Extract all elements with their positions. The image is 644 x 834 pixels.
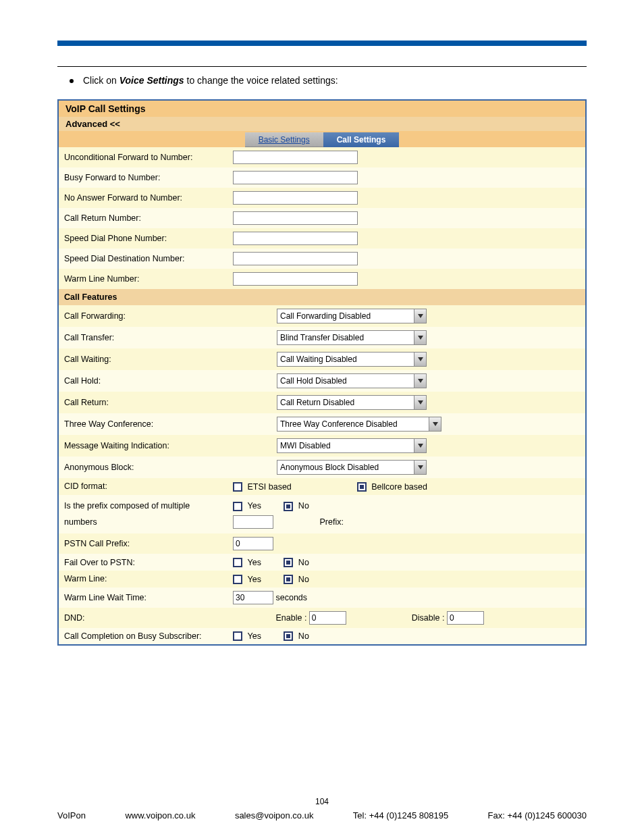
input-warm-time[interactable] [233,591,273,604]
radio-prefix-yes[interactable] [233,502,242,511]
page-number: 104 [57,797,587,806]
chevron-down-icon [414,309,426,323]
footer-fax: Fax: +44 (0)1245 600030 [488,810,587,820]
svg-marker-3 [418,379,423,383]
select-call-return[interactable]: Call Return Disabled [277,395,427,410]
label-dnd: DND: [59,608,227,628]
radio-cid-bellcore[interactable] [357,482,367,492]
footer-email: sales@voipon.co.uk [235,810,314,820]
svg-marker-2 [418,357,423,361]
tab-row: Basic SettingsCall Settings [59,131,585,147]
top-divider [57,66,587,67]
label-call-hold: Call Hold: [59,370,227,392]
footer-url: www.voipon.co.uk [125,810,195,820]
settings-table: Unconditional Forward to Number: Busy Fo… [59,147,585,644]
label-three-way: Three Way Conference: [59,413,227,435]
label-call-transfer: Call Transfer: [59,327,227,348]
section-call-features: Call Features [59,289,585,305]
radio-prefix-yes-label: Yes [247,501,261,511]
prefix-caption: Prefix: [319,515,343,531]
footer-tel: Tel: +44 (0)1245 808195 [353,810,448,820]
label-speed-dial-phone: Speed Dial Phone Number: [59,228,227,249]
select-call-hold-value: Call Hold Disabled [277,374,414,388]
label-call-forwarding: Call Forwarding: [59,305,227,327]
select-anonymous-block[interactable]: Anonymous Block Disabled [277,460,427,475]
select-call-transfer[interactable]: Blind Transfer Disabled [277,330,427,345]
select-call-hold[interactable]: Call Hold Disabled [277,373,427,388]
radio-cid-bellcore-label: Bellcore based [371,482,427,492]
input-dnd-disable[interactable] [447,611,484,625]
label-multiple-prefix: Is the prefix composed of multiple numbe… [59,495,227,534]
chevron-down-icon [429,417,441,431]
label-call-return: Call Return: [59,392,227,413]
label-no-answer-forward: No Answer Forward to Number: [59,188,227,208]
chevron-down-icon [414,331,426,344]
label-cid-format: CID format: [59,478,227,495]
select-call-forwarding[interactable]: Call Forwarding Disabled [277,309,427,323]
select-anonymous-block-value: Anonymous Block Disabled [277,461,414,474]
select-three-way[interactable]: Three Way Conference Disabled [277,417,441,432]
header-bar [57,41,587,46]
select-three-way-value: Three Way Conference Disabled [277,417,429,431]
svg-marker-6 [418,444,423,448]
radio-prefix-no[interactable] [284,502,293,511]
radio-cid-etsi[interactable] [233,482,242,492]
advanced-toggle[interactable]: Advanced << [59,117,585,131]
select-call-waiting[interactable]: Call Waiting Disabled [277,352,427,367]
label-speed-dial-dest: Speed Dial Destination Number: [59,249,227,269]
input-prefix-value[interactable] [233,515,273,529]
label-failover-pstn: Fail Over to PSTN: [59,554,227,571]
input-unconditional-forward[interactable] [233,151,358,164]
radio-failover-yes[interactable] [233,558,242,567]
svg-marker-5 [433,422,438,426]
warm-time-unit: seconds [275,593,307,602]
select-call-transfer-value: Blind Transfer Disabled [277,331,414,344]
radio-callcomp-yes[interactable] [233,631,242,641]
footer-voipon: VoIPon [57,810,86,820]
label-busy-forward: Busy Forward to Number: [59,167,227,188]
chevron-down-icon [414,439,426,452]
radio-warm-yes-label: Yes [247,575,261,584]
svg-marker-1 [418,336,423,340]
bullet-prefix: Click on [83,75,119,86]
radio-warm-yes[interactable] [233,575,242,584]
dnd-enable-label: Enable : [275,613,306,623]
radio-failover-no[interactable] [284,558,293,567]
input-pstn-prefix[interactable] [233,537,273,550]
label-warm-time: Warm Line Wait Time: [59,588,227,608]
tab-call-settings[interactable]: Call Settings [323,132,400,147]
bullet-icon [70,79,74,83]
radio-callcomp-no-label: No [298,631,309,641]
radio-warm-no-label: No [298,575,309,584]
chevron-down-icon [414,461,426,474]
label-unconditional-forward: Unconditional Forward to Number: [59,147,227,167]
input-speed-dial-dest[interactable] [233,252,358,265]
tab-basic-settings[interactable]: Basic Settings [245,132,323,147]
svg-marker-0 [418,314,423,318]
radio-callcomp-no[interactable] [284,631,293,641]
radio-failover-yes-label: Yes [247,558,261,567]
select-call-waiting-value: Call Waiting Disabled [277,353,414,366]
label-warm-line: Warm Line: [59,571,227,588]
svg-marker-4 [418,400,423,405]
input-no-answer-forward[interactable] [233,191,358,205]
radio-cid-etsi-label: ETSI based [247,482,291,492]
select-mwi[interactable]: MWI Disabled [277,438,427,453]
label-mwi: Message Waiting Indication: [59,435,227,457]
panel-title: VoIP Call Settings [59,101,585,117]
input-busy-forward[interactable] [233,171,358,184]
input-dnd-enable[interactable] [309,611,346,625]
select-call-return-value: Call Return Disabled [277,396,414,409]
input-call-return-number[interactable] [233,211,358,225]
chevron-down-icon [414,396,426,409]
radio-callcomp-yes-label: Yes [247,631,261,641]
chevron-down-icon [414,353,426,366]
radio-failover-no-label: No [298,558,309,567]
select-mwi-value: MWI Disabled [277,439,414,452]
voip-settings-panel: VoIP Call Settings Advanced << Basic Set… [57,99,587,646]
radio-warm-no[interactable] [284,575,293,584]
label-call-return-number: Call Return Number: [59,208,227,228]
label-warm-line-number: Warm Line Number: [59,269,227,289]
input-speed-dial-phone[interactable] [233,232,358,245]
input-warm-line-number[interactable] [233,272,358,286]
